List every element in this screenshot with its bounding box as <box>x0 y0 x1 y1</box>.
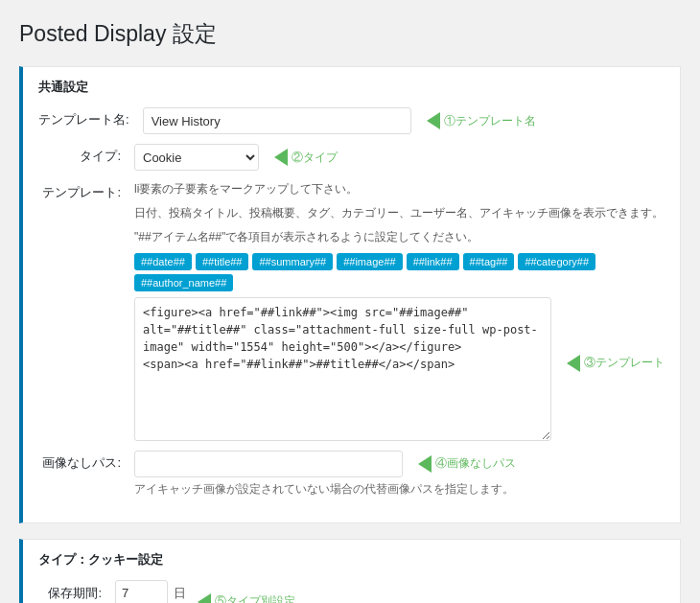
tag-author-name[interactable]: ##author_name## <box>134 274 233 291</box>
retention-label: 保存期間: <box>38 585 115 602</box>
tag-link[interactable]: ##link## <box>407 253 459 270</box>
type-row: タイプ: Cookie ②タイプ <box>38 144 665 171</box>
annotation-text-4: ④画像なしパス <box>435 455 516 472</box>
cookie-settings-title: タイプ：クッキー設定 <box>38 551 665 568</box>
type-annotation: ②タイプ <box>274 149 338 166</box>
common-settings-title: 共通設定 <box>38 79 665 96</box>
template-annotation: ③テンプレート <box>567 355 665 372</box>
tag-row: ##date## ##title## ##summary## ##image##… <box>134 253 665 291</box>
template-desc2: 日付、投稿タイトル、投稿概要、タグ、カテゴリー、ユーザー名、アイキャッチ画像を表… <box>134 204 665 222</box>
tag-image[interactable]: ##image## <box>337 253 402 270</box>
retention-row: 保存期間: 日 <box>38 580 186 603</box>
arrow-icon-3 <box>567 355 580 372</box>
retention-input[interactable] <box>115 580 168 603</box>
template-desc3: "##アイテム名##"で各項目が表示されるように設定してください。 <box>134 228 665 246</box>
template-label: テンプレート: <box>38 180 134 201</box>
arrow-icon-5 <box>198 593 211 603</box>
retention-unit: 日 <box>174 585 186 602</box>
tag-title[interactable]: ##title## <box>196 253 249 270</box>
template-name-row: テンプレート名: ①テンプレート名 <box>38 107 665 134</box>
arrow-icon-4 <box>418 455 432 473</box>
cookie-annotation: ⑤タイプ別設定 <box>198 593 295 603</box>
no-image-help: アイキャッチ画像が設定されていない場合の代替画像パスを指定します。 <box>134 481 665 498</box>
no-image-input[interactable] <box>134 451 403 477</box>
template-name-input[interactable] <box>143 107 411 134</box>
type-select[interactable]: Cookie <box>134 144 259 171</box>
annotation-text-3: ③テンプレート <box>584 355 665 371</box>
arrow-icon-1 <box>427 112 440 129</box>
tag-summary[interactable]: ##summary## <box>252 253 333 270</box>
tag-date[interactable]: ##date## <box>134 253 192 270</box>
template-desc1: li要素の子要素をマークアップして下さい。 <box>134 180 665 198</box>
cookie-settings-section: タイプ：クッキー設定 保存期間: 日 保存数: 個 ⑤タイプ別設定 <box>19 539 681 603</box>
template-name-label: テンプレート名: <box>38 107 143 128</box>
annotation-text-1: ①テンプレート名 <box>444 113 536 129</box>
no-image-label: 画像なしパス: <box>38 451 134 472</box>
template-row: テンプレート: li要素の子要素をマークアップして下さい。 日付、投稿タイトル、… <box>38 180 665 441</box>
cookie-fields: 保存期間: 日 保存数: 個 <box>38 580 186 603</box>
tag-tag[interactable]: ##tag## <box>463 253 515 270</box>
arrow-icon-2 <box>274 149 288 166</box>
type-label: タイプ: <box>38 144 134 165</box>
tag-category[interactable]: ##category## <box>518 253 595 270</box>
no-image-annotation: ④画像なしパス <box>418 455 516 473</box>
template-textarea[interactable]: <figure><a href="##link##"><img src="##i… <box>134 297 551 441</box>
page-title: Posted Display 設定 <box>19 19 681 49</box>
template-name-annotation: ①テンプレート名 <box>427 112 536 129</box>
common-settings-section: 共通設定 テンプレート名: ①テンプレート名 タイプ: Cookie <box>19 66 681 523</box>
annotation-text-2: ②タイプ <box>292 150 338 166</box>
no-image-row: 画像なしパス: ④画像なしパス アイキャッチ画像が設定されていない場合の代替画像… <box>38 451 665 498</box>
annotation-text-5: ⑤タイプ別設定 <box>215 593 295 603</box>
